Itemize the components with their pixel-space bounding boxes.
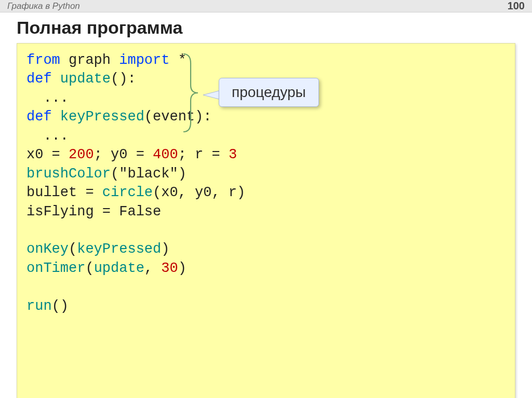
slide: Графика в Python 100 Полная программа fr…: [0, 0, 532, 398]
callout-tail-icon: [203, 89, 221, 101]
code-text: (): [52, 298, 69, 314]
code-text: (event):: [144, 109, 212, 125]
fn-brushcolor: brushColor: [26, 166, 111, 182]
callout-label: процедуры: [219, 78, 319, 107]
code-text: isFlying = False: [26, 204, 161, 219]
code-text: ():: [111, 71, 136, 87]
literal: 3: [229, 147, 237, 162]
fn-circle: circle: [102, 185, 153, 200]
fn-run: run: [26, 298, 52, 314]
kw-def: def: [26, 109, 52, 125]
literal: 200: [69, 147, 94, 162]
code-text: bullet =: [26, 185, 102, 200]
page-number: 100: [508, 0, 525, 12]
code-text: ("black"): [111, 166, 187, 182]
code-text: ; y0 =: [94, 147, 153, 162]
code-text: ): [178, 260, 187, 276]
code-block: from graph import * def update(): ... de…: [17, 43, 515, 398]
slide-title: Полная программа: [17, 18, 515, 38]
code-text: (: [85, 260, 94, 276]
fn-ontimer: onTimer: [26, 260, 85, 276]
fn-update: update: [52, 71, 111, 87]
arg: update: [94, 260, 144, 276]
code-text: (x0, y0, r): [153, 185, 245, 200]
code-text: ...: [26, 90, 69, 106]
code-text: graph: [60, 52, 119, 68]
kw-def: def: [26, 71, 52, 87]
top-bar: Графика в Python 100: [0, 0, 532, 12]
arg: keyPressed: [77, 241, 161, 257]
code-text: *: [169, 52, 186, 68]
code-text: x0 =: [26, 147, 69, 162]
kw-from: from: [26, 52, 60, 68]
code-text: ): [161, 241, 169, 257]
literal: 30: [161, 260, 178, 276]
code-text: ; r =: [178, 147, 229, 162]
code-text: ,: [144, 260, 161, 276]
content-area: Полная программа from graph import * def…: [0, 12, 532, 398]
fn-onkey: onKey: [26, 241, 69, 257]
literal: 400: [153, 147, 178, 162]
code-text: ...: [26, 128, 69, 144]
slide-topic: Графика в Python: [7, 1, 80, 11]
code-text: (: [69, 241, 77, 257]
kw-import: import: [119, 52, 169, 68]
fn-keypressed: keyPressed: [52, 109, 144, 125]
